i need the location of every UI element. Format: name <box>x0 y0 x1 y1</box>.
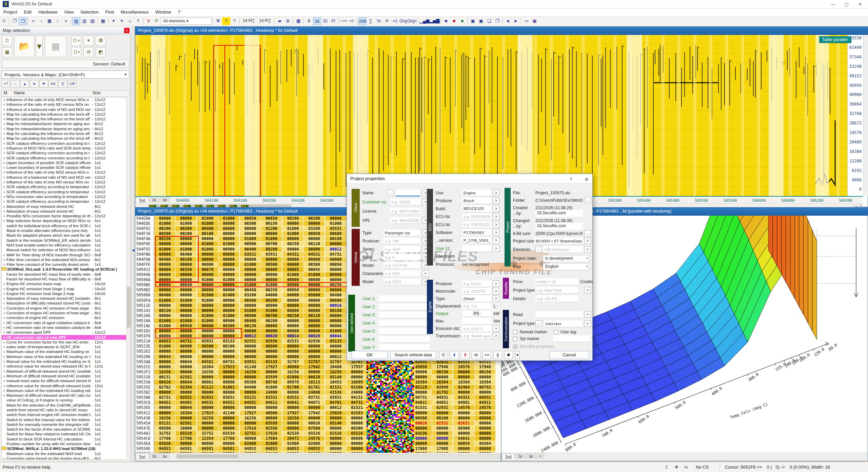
list-item[interactable]: ✳Adsorption of easy released stored HC−8… <box>2 209 129 214</box>
hex-value[interactable]: 00000 <box>347 421 368 426</box>
hex-value[interactable]: 04881 <box>453 400 475 405</box>
field-arrow-button[interactable]: > <box>584 246 591 253</box>
hex-value[interactable]: 04451 <box>154 400 176 405</box>
hex-value[interactable]: 00000 <box>282 323 304 328</box>
list-item[interactable]: ✳Influence of the ratio of only NO versu… <box>2 180 129 184</box>
list-item[interactable]: ✳Map selection factor depending on NO2/ … <box>2 218 129 223</box>
hex-value[interactable]: 01000 <box>304 272 325 277</box>
bulb-alt-icon[interactable]: ☼ <box>126 17 134 25</box>
hex-value[interactable]: 00100 <box>304 216 325 221</box>
hex-value[interactable]: 01000 <box>218 277 240 282</box>
hex-value[interactable]: 01000 <box>176 247 197 252</box>
hex-value[interactable]: 00900 <box>176 344 197 349</box>
hex-value[interactable]: 00000 <box>304 329 325 333</box>
hex-value[interactable]: 10000 <box>176 426 197 431</box>
window-compare-icon[interactable]: ❒ <box>19 17 27 25</box>
hex-value[interactable]: 00000 <box>176 236 197 241</box>
next-map-icon[interactable]: › <box>54 17 62 25</box>
list-item[interactable]: Switch in the module SCRMod_Eff, which d… <box>2 238 129 243</box>
hex-value[interactable]: 00000 <box>218 441 240 446</box>
hex-value[interactable]: 01000 <box>261 308 282 313</box>
hex-value[interactable]: 00000 <box>240 349 261 354</box>
hex-value[interactable]: 05600 <box>304 293 325 297</box>
hex-value[interactable]: 00950 <box>176 323 197 328</box>
user-field[interactable] <box>379 295 430 302</box>
hex-value[interactable]: 01000 <box>197 216 218 221</box>
hex-value[interactable]: 01000 <box>218 241 240 246</box>
hex-value[interactable]: 00300 <box>176 226 197 231</box>
hex-value[interactable]: 00000 <box>218 236 240 241</box>
hex-value[interactable]: 02394 <box>176 385 197 390</box>
nav-fwd-icon[interactable]: ► <box>512 17 520 25</box>
field-arrow-button[interactable]: > <box>493 229 499 236</box>
hex-value[interactable]: 00000 <box>218 405 240 410</box>
hex-value[interactable]: 04053 <box>154 339 176 343</box>
hex-value[interactable]: 00014 <box>282 334 304 338</box>
hex-value[interactable]: 00000 <box>154 411 176 415</box>
hex-value[interactable]: 02583 <box>347 411 368 415</box>
hex-value[interactable]: 02831 <box>176 395 197 400</box>
chevron-down-icon[interactable]: ▾ <box>586 264 588 268</box>
hex-value[interactable]: 00044 <box>176 405 197 410</box>
hex-value[interactable]: 00000 <box>176 288 197 292</box>
hex-value[interactable]: 01000 <box>240 308 261 313</box>
hex-value[interactable]: 01000 <box>154 344 176 349</box>
hex-value[interactable]: 00000 <box>154 365 176 369</box>
vehicle-field[interactable] <box>383 246 420 253</box>
noread-marker-checkbox[interactable] <box>513 330 517 334</box>
hex-value[interactable]: 00000 <box>197 236 218 241</box>
column-name[interactable]: Name <box>14 91 25 95</box>
hex-value[interactable]: 00000 <box>347 436 368 441</box>
hex-value[interactable]: 17927 <box>240 411 261 415</box>
menu-selection[interactable]: Selection <box>77 8 102 16</box>
hex-value[interactable]: 00000 <box>432 431 453 436</box>
hex-value[interactable]: 00100 <box>176 257 197 262</box>
hex-value[interactable]: 00000 <box>325 267 347 272</box>
hex-value[interactable]: 17008 <box>432 446 453 451</box>
engine-field[interactable] <box>462 333 491 339</box>
ecu-field[interactable] <box>462 229 491 236</box>
hex-value[interactable]: 01600 <box>261 385 282 390</box>
hex-value[interactable]: 00700 <box>261 241 282 246</box>
hex-value[interactable]: 00100 <box>432 416 453 420</box>
paste-icon[interactable]: ⎘ <box>439 351 448 359</box>
hex-value[interactable]: 03931 <box>240 359 261 364</box>
list-item[interactable]: ✳SCR catalyst efficiency according to te… <box>2 199 129 204</box>
hex-row[interactable]: 50535E0276202394011220100104400016000170… <box>135 385 501 390</box>
hex-value[interactable]: 04551 <box>218 400 240 405</box>
reseller-field[interactable] <box>535 287 578 294</box>
hex-value[interactable]: 00012 <box>325 354 347 359</box>
hex-value[interactable]: 00000 <box>475 436 496 441</box>
hex-value[interactable]: 00000 <box>261 344 282 349</box>
hex-value[interactable]: 00012 <box>325 247 347 252</box>
hex-value[interactable]: 10213 <box>304 380 325 385</box>
hex-value[interactable]: 03200 <box>304 226 325 231</box>
hex-value[interactable]: 65036 <box>154 441 176 446</box>
hex-value[interactable]: 24576 <box>453 365 475 369</box>
hex-value[interactable]: 00300 <box>240 221 261 226</box>
field-arrow-button[interactable]: > <box>493 205 499 212</box>
list-item[interactable]: ✳MAP for Time delay of NOx transfer thro… <box>2 253 129 257</box>
hex-value[interactable]: 01000 <box>197 221 218 226</box>
hex-row[interactable]: 5053A60273102831029310303103131033310353… <box>135 395 501 400</box>
list-item[interactable]: switch from stored HC ratio to stored HC… <box>2 408 129 412</box>
list-item[interactable]: ✳Correction of engine HC emission of hea… <box>2 306 129 311</box>
hex-value[interactable]: 17616 <box>240 426 261 431</box>
hex-value[interactable]: 01000 <box>282 231 304 236</box>
hex-value[interactable]: 01600 <box>197 293 218 297</box>
hex-value[interactable]: 05140 <box>325 421 347 426</box>
hex-value[interactable]: 00058 <box>453 441 475 446</box>
vehicle-field[interactable] <box>383 238 420 244</box>
hex-value[interactable]: 01200 <box>261 226 282 231</box>
ecu-field[interactable] <box>462 237 491 244</box>
hex-value[interactable]: 00000 <box>154 313 176 318</box>
folder-row[interactable]: SCRMod_NH3Ld: 1.33.0 NH3 load SCRMod (18… <box>2 446 129 451</box>
close-panel-icon[interactable]: x <box>124 28 130 33</box>
list-item[interactable]: ✳Influence of the ratio of only NO versu… <box>2 102 129 107</box>
name-more-button[interactable]: ... <box>387 190 394 196</box>
hex-value[interactable]: 00200 <box>282 216 304 221</box>
user-tag-field[interactable] <box>553 335 590 342</box>
hex-value[interactable]: 64641 <box>453 436 475 441</box>
hex-value[interactable]: 00000 <box>475 416 496 420</box>
hex-value[interactable]: 06400 <box>176 252 197 257</box>
